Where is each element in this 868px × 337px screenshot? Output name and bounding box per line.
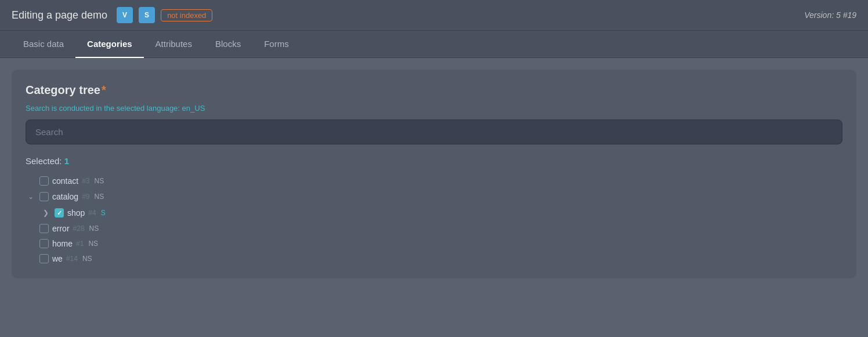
page-title: Editing a page demo <box>12 9 107 21</box>
item-status-catalog: NS <box>95 193 104 201</box>
tab-categories[interactable]: Categories <box>75 31 144 58</box>
item-name-error: error <box>52 224 70 233</box>
version-info: Version: 5 #19 <box>804 10 856 20</box>
item-status-error: NS <box>89 224 99 233</box>
tree-row-shop: ❯ shop #4 S <box>26 206 842 219</box>
selected-label: Selected: 1 <box>26 156 842 166</box>
item-name-shop: shop <box>67 208 85 218</box>
item-status-we: NS <box>82 255 92 263</box>
not-indexed-badge: not indexed <box>161 9 212 21</box>
checkbox-error[interactable] <box>39 224 49 233</box>
category-tree-card: Category tree* Search is conducted in th… <box>12 70 856 278</box>
tree-row-we: we #14 NS <box>26 253 842 264</box>
checkbox-we[interactable] <box>39 254 49 263</box>
item-name-catalog: catalog <box>52 192 78 201</box>
tab-blocks[interactable]: Blocks <box>204 31 252 58</box>
item-name-home: home <box>52 239 73 248</box>
tree-row-contact: contact #3 NS <box>26 175 842 187</box>
item-id-contact: #3 <box>82 177 89 185</box>
nav-tabs: Basic data Categories Attributes Blocks … <box>0 31 868 58</box>
checkbox-shop[interactable] <box>55 208 64 218</box>
item-id-error: #28 <box>73 224 85 233</box>
item-status-home: NS <box>88 240 98 248</box>
search-hint: Search is conducted in the selected lang… <box>26 104 842 113</box>
checkbox-home[interactable] <box>39 239 49 248</box>
avatar-v[interactable]: V <box>117 7 133 23</box>
tree-row-home: home #1 NS <box>26 238 842 249</box>
item-id-home: #1 <box>76 240 84 248</box>
item-name-contact: contact <box>52 176 78 186</box>
item-name-we: we <box>52 254 63 263</box>
header: Editing a page demo V S not indexed Vers… <box>0 0 868 31</box>
required-star: * <box>102 84 106 96</box>
item-id-catalog: #9 <box>82 193 89 201</box>
tab-forms[interactable]: Forms <box>252 31 301 58</box>
expand-shop-btn[interactable]: ❯ <box>41 208 51 218</box>
category-tree: contact #3 NS ⌄ catalog #9 NS ❯ shop #4 … <box>26 175 842 264</box>
selected-count: 1 <box>64 156 69 166</box>
main-content: Category tree* Search is conducted in th… <box>0 58 868 290</box>
item-status-contact: NS <box>95 177 104 185</box>
tab-basic-data[interactable]: Basic data <box>12 31 75 58</box>
item-id-we: #14 <box>66 255 78 263</box>
tab-attributes[interactable]: Attributes <box>144 31 204 58</box>
expand-catalog-btn[interactable]: ⌄ <box>26 191 36 202</box>
search-input[interactable] <box>26 119 842 144</box>
item-id-shop: #4 <box>88 209 96 217</box>
checkbox-catalog[interactable] <box>39 192 49 201</box>
tree-row-error: error #28 NS <box>26 223 842 234</box>
card-title: Category tree* <box>26 84 842 97</box>
item-status-shop: S <box>101 209 106 217</box>
tree-row-catalog: ⌄ catalog #9 NS <box>26 190 842 203</box>
checkbox-contact[interactable] <box>39 176 49 186</box>
avatar-s[interactable]: S <box>139 7 155 23</box>
